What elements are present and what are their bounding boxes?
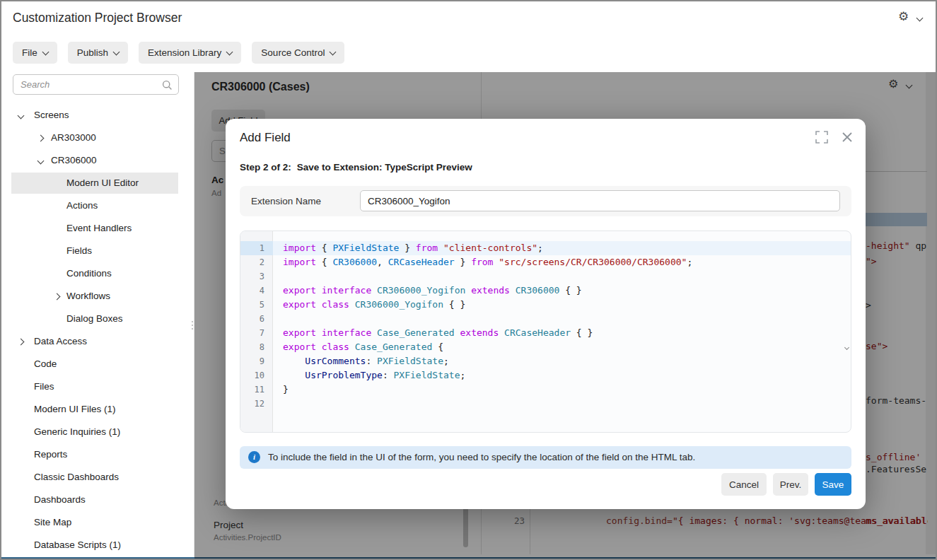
- sidebar-item-modern-ui-files-1[interactable]: Modern UI Files (1): [11, 399, 178, 420]
- code-text: }: [283, 383, 289, 397]
- search-icon: [162, 80, 173, 91]
- sidebar-item-fields[interactable]: Fields: [11, 240, 178, 262]
- info-message: To include the field in the UI of the fo…: [268, 446, 695, 469]
- chevron-down-icon[interactable]: [37, 158, 45, 165]
- line-number: 9: [240, 354, 273, 368]
- code-line: 9 UsrComments: PXFieldState;: [240, 354, 851, 368]
- line-number: 1: [240, 241, 273, 255]
- sidebar-item-dialog-boxes[interactable]: Dialog Boxes: [11, 308, 178, 329]
- chevron-down-icon: [113, 48, 120, 55]
- code-line: 8export class Case_Generated {: [240, 340, 851, 354]
- code-text: export interface CR306000_Yogifon extend…: [283, 284, 582, 298]
- dialog-title: Add Field: [240, 131, 291, 145]
- code-text: export class Case_Generated {: [283, 340, 443, 354]
- menu-publish[interactable]: Publish: [68, 42, 128, 64]
- sidebar-item-data-access[interactable]: Data Access: [11, 331, 178, 352]
- sidebar-item-conditions[interactable]: Conditions: [11, 263, 178, 284]
- code-line: 12: [240, 397, 851, 411]
- code-line: 4export interface CR306000_Yogifon exten…: [240, 284, 851, 298]
- sidebar-item-workflows[interactable]: Workflows: [11, 286, 178, 307]
- sidebar-item-label: Files: [34, 376, 54, 397]
- wizard-step-label: Step 2 of 2:Save to Extension: TypeScrip…: [240, 162, 472, 173]
- sidebar-item-modern-ui-editor[interactable]: Modern UI Editor: [11, 173, 178, 194]
- line-number: 4: [240, 284, 273, 298]
- sidebar-item-cr306000[interactable]: CR306000: [11, 150, 178, 171]
- sidebar-item-files[interactable]: Files: [11, 376, 178, 397]
- code-text: import { CR306000, CRCaseHeader } from "…: [283, 255, 692, 269]
- code-line: 3: [240, 269, 851, 284]
- sidebar-item-label: Modern UI Editor: [66, 173, 139, 194]
- menu-extension-library[interactable]: Extension Library: [139, 42, 241, 64]
- chevron-right-icon[interactable]: [54, 293, 61, 301]
- code-line: 6: [240, 312, 851, 326]
- menu-label: Source Control: [261, 47, 325, 58]
- dialog-button-row: Cancel Prev. Save: [721, 473, 851, 496]
- chevron-down-icon: [42, 48, 49, 55]
- sidebar-item-label: Site Map: [34, 512, 71, 533]
- sidebar-item-label: Actions: [66, 195, 98, 216]
- sidebar-item-database-scripts-1[interactable]: Database Scripts (1): [11, 535, 178, 556]
- extension-name-row: Extension Name: [240, 186, 851, 216]
- sidebar-item-classic-dashboards[interactable]: Classic Dashboards: [11, 467, 178, 488]
- code-text: UsrProblemType: PXFieldState;: [283, 368, 465, 383]
- code-text: export interface Case_Generated extends …: [283, 326, 593, 340]
- sidebar-item-label: Screens: [34, 105, 69, 126]
- fold-chevron-icon[interactable]: [844, 345, 849, 350]
- sidebar-item-label: Database Scripts (1): [34, 535, 121, 556]
- sidebar-item-reports[interactable]: Reports: [11, 444, 178, 465]
- sidebar-item-label: Fields: [66, 240, 92, 262]
- close-icon[interactable]: [840, 131, 854, 145]
- sidebar-item-event-handlers[interactable]: Event Handlers: [11, 218, 178, 239]
- line-number: 5: [240, 298, 273, 312]
- code-text: import { PXFieldState } from "client-con…: [283, 241, 543, 255]
- sidebar-item-label: Data Access: [34, 331, 87, 352]
- add-field-dialog: Add Field Step 2 of 2:Save to Extension:…: [226, 119, 866, 509]
- expand-dialog-icon[interactable]: [815, 131, 829, 145]
- menu-label: Extension Library: [148, 47, 221, 58]
- typescript-preview-editor[interactable]: 1import { PXFieldState } from "client-co…: [240, 231, 851, 433]
- code-line: 11}: [240, 383, 851, 397]
- sidebar-item-label: Classic Dashboards: [34, 467, 119, 488]
- line-number: 12: [240, 397, 273, 411]
- sidebar-item-label: Dashboards: [34, 489, 86, 511]
- menu-label: Publish: [77, 47, 108, 58]
- sidebar-item-code[interactable]: Code: [11, 354, 178, 375]
- line-number: 7: [240, 326, 273, 340]
- sidebar-resize-handle[interactable]: [192, 321, 194, 332]
- extension-name-input[interactable]: [360, 190, 840, 211]
- settings-chevron-down-icon[interactable]: [916, 15, 924, 22]
- sidebar-item-actions[interactable]: Actions: [11, 195, 178, 216]
- menu-bar: FilePublishExtension LibrarySource Contr…: [13, 42, 344, 64]
- line-number: 6: [240, 312, 273, 326]
- line-number: 2: [240, 255, 273, 269]
- sidebar-item-label: Conditions: [66, 263, 112, 284]
- code-line: 5export class CR306000_Yogifon { }: [240, 298, 851, 312]
- sidebar-item-label: Code: [34, 354, 57, 375]
- line-number: 3: [240, 269, 273, 284]
- code-line: 10 UsrProblemType: PXFieldState;: [240, 368, 851, 383]
- sidebar-item-screens[interactable]: Screens: [11, 105, 178, 126]
- code-line: 7export interface Case_Generated extends…: [240, 326, 851, 340]
- prev-button[interactable]: Prev.: [773, 473, 808, 496]
- info-icon: i: [248, 451, 260, 463]
- save-button[interactable]: Save: [815, 473, 851, 496]
- sidebar-item-dashboards[interactable]: Dashboards: [11, 489, 178, 511]
- sidebar-item-ar303000[interactable]: AR303000: [11, 127, 178, 148]
- sidebar-item-generic-inquiries-1[interactable]: Generic Inquiries (1): [11, 421, 178, 443]
- sidebar-search-box: [13, 74, 179, 95]
- line-number: 10: [240, 368, 273, 383]
- cancel-button[interactable]: Cancel: [721, 473, 767, 496]
- project-tree-sidebar: ScreensAR303000CR306000Modern UI EditorA…: [1, 72, 194, 557]
- extension-name-label: Extension Name: [251, 186, 321, 216]
- menu-source-control[interactable]: Source Control: [252, 42, 344, 64]
- chevron-right-icon[interactable]: [37, 135, 45, 142]
- chevron-right-icon[interactable]: [18, 339, 25, 346]
- sidebar-item-label: Workflows: [66, 286, 110, 307]
- sidebar-item-site-map[interactable]: Site Map: [11, 512, 178, 533]
- settings-gear-icon[interactable]: ⚙: [898, 9, 909, 24]
- sidebar-item-label: AR303000: [51, 127, 96, 148]
- menu-file[interactable]: File: [13, 42, 57, 64]
- chevron-down-icon[interactable]: [18, 112, 25, 119]
- sidebar-search-input[interactable]: [13, 75, 178, 94]
- sidebar-item-label: Dialog Boxes: [66, 308, 123, 329]
